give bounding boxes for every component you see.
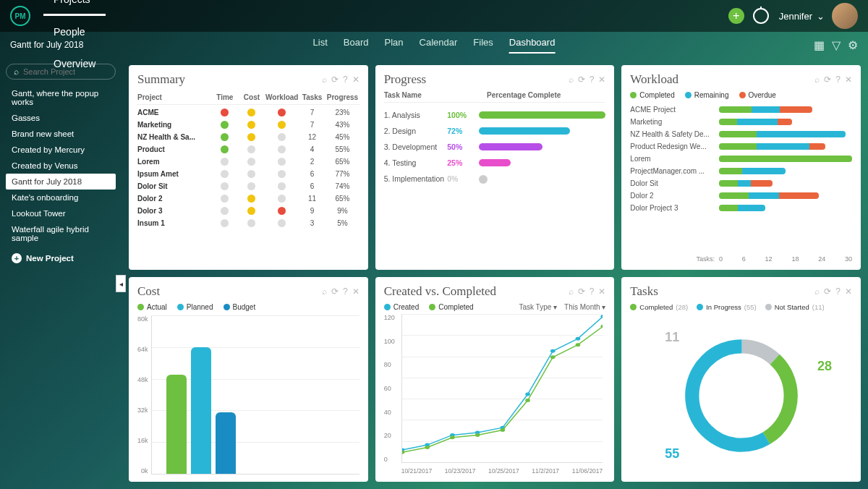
card-title: Cost	[137, 284, 160, 299]
search-icon[interactable]: ⌕	[569, 286, 574, 297]
view-tab[interactable]: List	[313, 37, 328, 54]
task-type-select[interactable]: Task Type ▾	[519, 303, 557, 311]
refresh-icon[interactable]: ⟳	[578, 286, 585, 297]
close-icon[interactable]: ✕	[598, 75, 605, 85]
view-tab[interactable]: Calendar	[420, 37, 458, 54]
card-workload: Workload ⌕⟳?✕ CompletedRemainingOverdue …	[621, 65, 861, 270]
grid-icon[interactable]: ▦	[814, 38, 825, 52]
refresh-icon[interactable]: ⟳	[824, 75, 831, 85]
summary-table-header: ProjectTimeCostWorkloadTasksProgress	[137, 91, 359, 105]
summary-row[interactable]: ACME723%	[137, 106, 359, 119]
summary-row[interactable]: Dolor 21165%	[137, 192, 359, 205]
summary-row[interactable]: Ipsum Amet677%	[137, 168, 359, 180]
help-icon[interactable]: ?	[835, 75, 841, 85]
progress-row: 5. Implementation0%	[384, 171, 606, 187]
search-icon[interactable]: ⌕	[569, 75, 574, 85]
refresh-icon[interactable]: ⟳	[824, 286, 831, 297]
card-progress: Progress ⌕⟳?✕ Task NamePercentage Comple…	[375, 65, 615, 270]
workload-row: Dolor Sit	[630, 177, 852, 190]
refresh-icon[interactable]: ⟳	[331, 286, 339, 297]
cost-bar	[191, 347, 211, 474]
view-tab[interactable]: Files	[473, 37, 493, 54]
cost-bar	[216, 412, 236, 474]
help-icon[interactable]: ?	[835, 286, 841, 297]
card-summary: Summary ⌕⟳?✕ ProjectTimeCostWorkloadTask…	[129, 65, 368, 270]
user-menu[interactable]: Jennifer⌄	[779, 11, 825, 22]
cost-bar	[166, 375, 187, 474]
search-input[interactable]	[23, 67, 108, 76]
sidebar-collapse-handle[interactable]: ◂	[116, 275, 126, 292]
help-icon[interactable]: ?	[343, 286, 348, 297]
svg-point-6	[550, 349, 556, 353]
close-icon[interactable]: ✕	[845, 75, 852, 85]
legend-item: Completed	[630, 91, 674, 99]
view-tab[interactable]: Dashboard	[509, 37, 556, 54]
sidebar-item[interactable]: Brand new sheet	[6, 126, 116, 142]
sidebar-item[interactable]: Kate's onboarding	[6, 190, 116, 205]
tasks-donut-chart: 11 28 55	[630, 317, 852, 475]
sidebar-item[interactable]: Created by Mercury	[6, 142, 116, 158]
sidebar-item[interactable]: Gantt for July 2018	[6, 174, 116, 190]
topnav-item[interactable]: Projects	[43, 0, 106, 16]
donut-label-inprogress: 55	[665, 446, 679, 462]
card-title: Workload	[630, 72, 678, 87]
summary-row[interactable]: Product455%	[137, 143, 359, 156]
legend-item: Planned	[177, 303, 213, 311]
help-icon[interactable]: ?	[590, 75, 595, 85]
sidebar-item[interactable]: Created by Venus	[6, 158, 116, 174]
timer-icon[interactable]	[753, 8, 769, 24]
summary-row[interactable]: Lorem265%	[137, 156, 359, 168]
donut-label-notstarted: 11	[665, 330, 679, 345]
sidebar-item[interactable]: Lookout Tower	[6, 205, 116, 221]
summary-row[interactable]: Dolor Sit674%	[137, 180, 359, 192]
app-logo[interactable]: PM	[10, 6, 30, 26]
sidebar-item[interactable]: Gasses	[6, 110, 116, 126]
svg-point-5	[525, 393, 530, 396]
svg-point-20	[692, 346, 790, 445]
search-icon[interactable]: ⌕	[322, 75, 327, 85]
summary-row[interactable]: NZ Health & Sa...1245%	[137, 131, 359, 143]
search-icon[interactable]: ⌕	[322, 286, 327, 297]
chevron-down-icon: ⌄	[817, 11, 825, 22]
svg-point-10	[425, 446, 430, 449]
filter-icon[interactable]: ▽	[832, 38, 841, 52]
close-icon[interactable]: ✕	[845, 286, 852, 297]
summary-row[interactable]: Marketing743%	[137, 119, 359, 131]
legend-item: Overdue	[739, 91, 776, 99]
help-icon[interactable]: ?	[590, 286, 595, 297]
donut-label-completed: 28	[817, 359, 832, 374]
new-project-button[interactable]: + New Project	[6, 249, 116, 268]
legend-item: Remaining	[685, 91, 729, 99]
svg-point-12	[475, 433, 480, 437]
sidebar-item[interactable]: Waterfall agile hybrid sample	[6, 221, 116, 246]
search-icon[interactable]: ⌕	[814, 286, 820, 297]
svg-point-9	[402, 451, 404, 454]
settings-icon[interactable]: ⚙	[848, 38, 858, 52]
help-icon[interactable]: ?	[343, 75, 348, 85]
sidebar-item[interactable]: Gantt, where the popup works	[6, 85, 116, 110]
legend-item: Budget	[224, 303, 256, 311]
close-icon[interactable]: ✕	[352, 75, 359, 85]
close-icon[interactable]: ✕	[598, 286, 605, 297]
plus-icon: +	[12, 253, 22, 263]
avatar[interactable]	[832, 3, 858, 29]
svg-point-14	[525, 399, 530, 402]
legend-item: Completed (28)	[630, 303, 688, 311]
add-button[interactable]: +	[728, 8, 744, 24]
svg-point-7	[575, 337, 580, 341]
card-title: Summary	[137, 72, 185, 87]
period-select[interactable]: This Month ▾	[564, 303, 605, 311]
summary-row[interactable]: Insum 135%	[137, 217, 359, 229]
view-tab[interactable]: Board	[344, 37, 369, 54]
refresh-icon[interactable]: ⟳	[578, 75, 585, 85]
search-icon[interactable]: ⌕	[814, 75, 820, 85]
view-tab[interactable]: Plan	[385, 37, 404, 54]
summary-row[interactable]: Dolor 399%	[137, 205, 359, 217]
refresh-icon[interactable]: ⟳	[331, 75, 339, 85]
card-title: Created vs. Completed	[384, 284, 496, 299]
svg-point-11	[450, 435, 455, 439]
workload-row: Dolor Project 3	[630, 202, 852, 214]
close-icon[interactable]: ✕	[352, 286, 359, 297]
card-created-vs-completed: Created vs. Completed ⌕⟳?✕ CreatedComple…	[375, 277, 615, 482]
search-project[interactable]: ⌕	[6, 64, 116, 80]
